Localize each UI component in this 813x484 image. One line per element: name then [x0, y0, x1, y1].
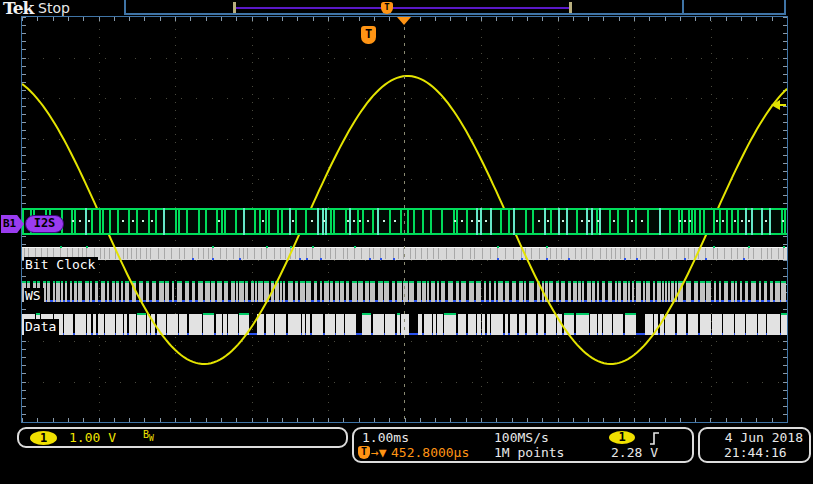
i2s-bus-segment-edge — [669, 208, 671, 235]
center-grid-dash — [404, 108, 405, 111]
graticule: Bit Clock WS Data I2S T — [21, 16, 788, 423]
center-grid-dash — [404, 343, 405, 346]
i2s-bus-data-dot — [311, 220, 313, 222]
overview-bar-left-riser — [124, 0, 126, 15]
i2s-bus-segment-edge — [155, 208, 157, 235]
center-grid-dash — [404, 246, 405, 249]
i2s-bus-data-dot — [734, 220, 736, 222]
i2s-bus-segment-edge — [221, 208, 223, 235]
center-grid-dash — [404, 294, 405, 297]
i2s-bus-segment-edge — [699, 208, 701, 235]
center-grid-dash — [404, 173, 405, 176]
trigger-position-icon[interactable] — [397, 17, 411, 25]
i2s-bus-data-dot — [367, 220, 369, 222]
rising-edge-icon — [649, 431, 661, 445]
i2s-bus-segment-edge — [681, 208, 683, 235]
bw-w: W — [149, 434, 154, 443]
center-grid-dash — [404, 408, 405, 411]
i2s-bus-segment-edge — [85, 208, 87, 235]
i2s-bus-segment-edge — [22, 208, 24, 235]
i2s-bus-data-dot — [547, 220, 549, 222]
ws-label[interactable]: WS — [24, 288, 44, 304]
i2s-bus-segment-edge — [74, 208, 76, 235]
overview-trigger-icon: T — [381, 2, 393, 14]
i2s-bus-data-dot — [353, 220, 355, 222]
channel1-readout[interactable]: 1 1.00 V BW — [17, 427, 348, 448]
i2s-bus-segment-edge — [289, 208, 291, 235]
i2s-bus-segment-edge — [362, 208, 364, 235]
i2s-bus-segment-edge — [745, 208, 747, 235]
i2s-bus-segment-edge — [277, 208, 279, 235]
i2s-bus-segment-edge — [480, 208, 482, 235]
i2s-bus-segment-edge — [128, 208, 130, 235]
i2s-bus-segment-edge — [525, 208, 527, 235]
i2s-bus-segment-edge — [102, 208, 104, 235]
i2s-bus-data-dot — [461, 220, 463, 222]
overview-right-bracket[interactable] — [569, 2, 572, 13]
i2s-bus-data-dot — [262, 220, 264, 222]
i2s-bus-segment-edge — [349, 208, 351, 235]
i2s-bus-segment-edge — [148, 208, 150, 235]
trigger-source-badge[interactable]: 1 — [609, 431, 635, 444]
i2s-bus-segment-edge — [508, 208, 510, 235]
delay-arrows: →▼ — [371, 445, 387, 460]
channel1-badge[interactable]: 1 — [30, 431, 57, 445]
center-grid-dash — [404, 270, 405, 273]
i2s-bus-segment-edge — [224, 208, 226, 235]
center-grid-dash — [404, 100, 405, 103]
i2s-bus-segment-edge — [259, 208, 261, 235]
date-readout: 4 Jun 2018 — [725, 430, 803, 445]
horizontal-trigger-readout[interactable]: 1.00ms 100MS/s 1 T →▼ 452.8000µs 1M poin… — [352, 427, 694, 463]
i2s-bus-data-dot — [641, 220, 643, 222]
trigger-level-arrow-icon[interactable] — [771, 100, 780, 110]
i2s-bus-segment-edge — [265, 208, 267, 235]
center-grid-dash — [404, 197, 405, 200]
i2s-bus-segment-edge — [500, 208, 502, 235]
i2s-bus-data-dot — [471, 220, 473, 222]
i2s-bus-data-dot — [765, 220, 767, 222]
overview-left-bracket[interactable] — [233, 2, 236, 13]
center-grid-dash — [404, 400, 405, 403]
channel1-scale: 1.00 V — [69, 430, 116, 445]
i2s-bus-data-dot — [722, 220, 724, 222]
i2s-bus-segment-edge — [617, 208, 619, 235]
center-grid-dash — [404, 359, 405, 362]
i2s-bus-segment-edge — [737, 208, 739, 235]
i2s-bus-segment-edge — [281, 208, 283, 235]
center-grid-dash — [404, 392, 405, 395]
center-grid-dash — [404, 375, 405, 378]
center-grid-dash — [404, 84, 405, 87]
i2s-bus-segment-edge — [544, 208, 546, 235]
center-grid-dash — [404, 384, 405, 387]
center-grid-dash — [404, 230, 405, 233]
i2s-bus-segment-edge — [400, 208, 402, 235]
center-grid-dash — [404, 213, 405, 216]
overview-bar-mid-riser — [682, 0, 684, 15]
i2s-bus-data-dot — [581, 220, 583, 222]
i2s-bus-segment-edge — [456, 208, 458, 235]
acquisition-status: Stop — [38, 0, 70, 16]
center-grid-dash — [404, 124, 405, 127]
i2s-bus-segment-edge — [784, 208, 786, 235]
bit-clock-label[interactable]: Bit Clock — [24, 257, 98, 273]
i2s-bus-segment-edge — [532, 208, 534, 235]
i2s-bus-segment-edge — [441, 208, 443, 235]
center-grid-dash — [404, 189, 405, 192]
i2s-bus-segment-edge — [694, 208, 696, 235]
i2s-bus-data-dot — [132, 220, 134, 222]
i2s-bus-segment-edge — [558, 208, 560, 235]
i2s-bus-segment-edge — [713, 208, 715, 235]
center-grid-dash — [404, 132, 405, 135]
i2s-bus-segment-edge — [205, 208, 207, 235]
data-label[interactable]: Data — [24, 319, 59, 335]
i2s-bus-segment-edge — [330, 208, 332, 235]
i2s-bus-segment-edge — [372, 208, 374, 235]
bus-name-badge[interactable]: I2S — [25, 215, 64, 233]
i2s-bus-segment-edge — [513, 208, 515, 235]
overview-bar-right-riser — [784, 0, 786, 15]
i2s-bus-segment-edge — [243, 208, 245, 235]
i2s-bus-data-dot — [383, 220, 385, 222]
i2s-bus-segment-edge — [109, 208, 111, 235]
center-grid-dash — [404, 254, 405, 257]
i2s-bus-segment-edge — [175, 208, 177, 235]
